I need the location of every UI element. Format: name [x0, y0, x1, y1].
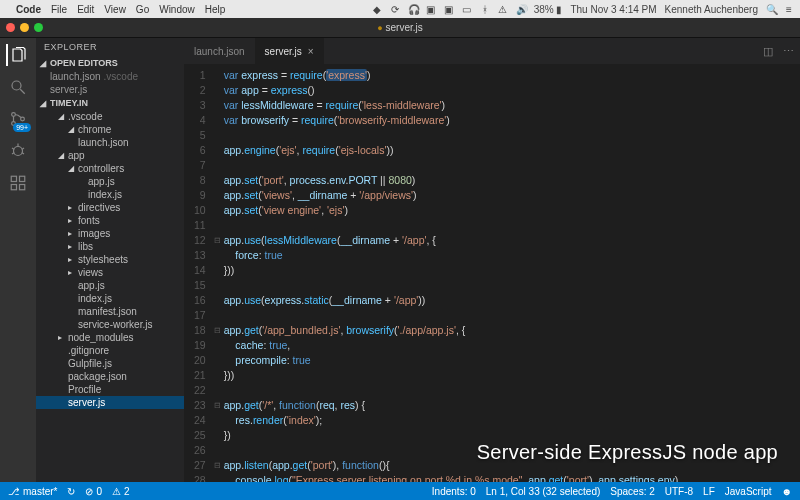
sync-icon[interactable]: ⟳	[390, 4, 400, 15]
svg-line-1	[20, 89, 25, 94]
status-bar: ⎇ master* ↻ ⊘ 0 ⚠ 2 Indents: 0 Ln 1, Col…	[0, 482, 800, 500]
volume-icon[interactable]: 🔊	[516, 4, 526, 15]
indents-status[interactable]: Indents: 0	[432, 486, 476, 497]
tree-file[interactable]: app.js	[36, 175, 184, 188]
tray-icon[interactable]: ▣	[426, 4, 436, 15]
svg-rect-14	[20, 185, 25, 190]
tree-folder[interactable]: ▸directives	[36, 201, 184, 214]
tree-file[interactable]: index.js	[36, 292, 184, 305]
tree-folder[interactable]: ▸fonts	[36, 214, 184, 227]
split-editor-icon[interactable]: ◫	[763, 45, 773, 58]
project-header[interactable]: ◢TIMEY.IN	[36, 96, 184, 110]
macos-menubar: Code File Edit View Go Window Help ◆ ⟳ 🎧…	[0, 0, 800, 18]
open-editor-item[interactable]: launch.json .vscode	[36, 70, 184, 83]
tree-file[interactable]: manifest.json	[36, 305, 184, 318]
tree-folder[interactable]: ▸images	[36, 227, 184, 240]
warnings-count[interactable]: ⚠ 2	[112, 486, 130, 497]
minimize-window-button[interactable]	[20, 23, 29, 32]
explorer-sidebar: EXPLORER ◢OPEN EDITORS launch.json .vsco…	[36, 38, 184, 482]
sync-button[interactable]: ↻	[67, 486, 75, 497]
svg-point-2	[12, 113, 16, 117]
menu-file[interactable]: File	[51, 4, 67, 15]
clock[interactable]: Thu Nov 3 4:14 PM	[570, 4, 656, 15]
tree-folder[interactable]: ▸stylesheets	[36, 253, 184, 266]
editor-tab[interactable]: launch.json	[184, 38, 255, 64]
tree-folder[interactable]: ◢app	[36, 149, 184, 162]
display-icon[interactable]: ▭	[462, 4, 472, 15]
errors-count[interactable]: ⊘ 0	[85, 486, 102, 497]
search-icon[interactable]	[7, 76, 29, 98]
tree-folder[interactable]: ▸libs	[36, 240, 184, 253]
tree-folder[interactable]: ◢.vscode	[36, 110, 184, 123]
encoding-status[interactable]: UTF-8	[665, 486, 693, 497]
tree-folder[interactable]: ▸node_modules	[36, 331, 184, 344]
traffic-lights	[6, 23, 43, 32]
app-name[interactable]: Code	[16, 4, 41, 15]
tree-file[interactable]: Procfile	[36, 383, 184, 396]
more-actions-icon[interactable]: ⋯	[783, 45, 794, 58]
tree-file[interactable]: app.js	[36, 279, 184, 292]
branch-label: master*	[23, 486, 57, 497]
tree-file[interactable]: server.js	[36, 396, 184, 409]
svg-rect-13	[11, 185, 16, 190]
extensions-icon[interactable]	[7, 172, 29, 194]
open-editors-label: OPEN EDITORS	[50, 58, 118, 68]
window-title: ● server.js	[377, 22, 422, 33]
svg-rect-12	[20, 176, 25, 181]
cursor-position[interactable]: Ln 1, Col 33 (32 selected)	[486, 486, 601, 497]
spotlight-icon[interactable]: 🔍	[766, 4, 776, 15]
headphones-icon[interactable]: 🎧	[408, 4, 418, 15]
debug-icon[interactable]	[7, 140, 29, 162]
window-title-text: server.js	[385, 22, 422, 33]
menu-help[interactable]: Help	[205, 4, 226, 15]
tree-file[interactable]: Gulpfile.js	[36, 357, 184, 370]
user-name[interactable]: Kenneth Auchenberg	[665, 4, 758, 15]
caption-overlay: Server-side ExpressJS node app	[477, 441, 778, 464]
tree-file[interactable]: service-worker.js	[36, 318, 184, 331]
tree-file[interactable]: index.js	[36, 188, 184, 201]
dropbox-icon[interactable]: ◆	[372, 4, 382, 15]
tree-folder[interactable]: ▸views	[36, 266, 184, 279]
activity-bar: 99+	[0, 38, 36, 482]
vscode-window: Code File Edit View Go Window Help ◆ ⟳ 🎧…	[0, 0, 800, 500]
svg-point-4	[21, 117, 25, 121]
language-mode[interactable]: JavaScript	[725, 486, 772, 497]
git-branch[interactable]: ⎇ master*	[8, 486, 57, 497]
menu-view[interactable]: View	[104, 4, 126, 15]
tree-file[interactable]: package.json	[36, 370, 184, 383]
scm-badge: 99+	[13, 123, 31, 132]
zoom-window-button[interactable]	[34, 23, 43, 32]
errors-label: 0	[96, 486, 102, 497]
editor-tab[interactable]: server.js×	[255, 38, 324, 64]
svg-point-5	[14, 147, 23, 156]
wifi-icon[interactable]: ⚠︎	[498, 4, 508, 15]
editor-area: launch.jsonserver.js× ◫ ⋯ 12345678910111…	[184, 38, 800, 482]
close-tab-icon[interactable]: ×	[308, 46, 314, 57]
menu-edit[interactable]: Edit	[77, 4, 94, 15]
sidebar-title: EXPLORER	[36, 38, 184, 56]
close-window-button[interactable]	[6, 23, 15, 32]
cast-icon[interactable]: ▣	[444, 4, 454, 15]
battery-percent: 38%	[534, 4, 554, 15]
bluetooth-icon[interactable]: ᚼ	[480, 4, 490, 15]
menu-window[interactable]: Window	[159, 4, 195, 15]
source-control-icon[interactable]: 99+	[7, 108, 29, 130]
svg-rect-11	[11, 176, 16, 181]
notifications-icon[interactable]: ≡	[784, 4, 794, 15]
tree-folder[interactable]: ◢chrome	[36, 123, 184, 136]
open-editor-item[interactable]: server.js	[36, 83, 184, 96]
warnings-label: 2	[124, 486, 130, 497]
tree-file[interactable]: .gitignore	[36, 344, 184, 357]
spaces-status[interactable]: Spaces: 2	[610, 486, 654, 497]
tree-folder[interactable]: ◢controllers	[36, 162, 184, 175]
battery-status[interactable]: 38% ▮	[534, 4, 563, 15]
feedback-icon[interactable]: ☻	[781, 486, 792, 497]
menu-go[interactable]: Go	[136, 4, 149, 15]
titlebar: ● server.js	[0, 18, 800, 38]
explorer-icon[interactable]	[6, 44, 28, 66]
svg-point-0	[12, 81, 21, 90]
tree-file[interactable]: launch.json	[36, 136, 184, 149]
open-editors-header[interactable]: ◢OPEN EDITORS	[36, 56, 184, 70]
code-editor[interactable]: 1234567891011121314151617181920212223242…	[184, 64, 800, 482]
eol-status[interactable]: LF	[703, 486, 715, 497]
